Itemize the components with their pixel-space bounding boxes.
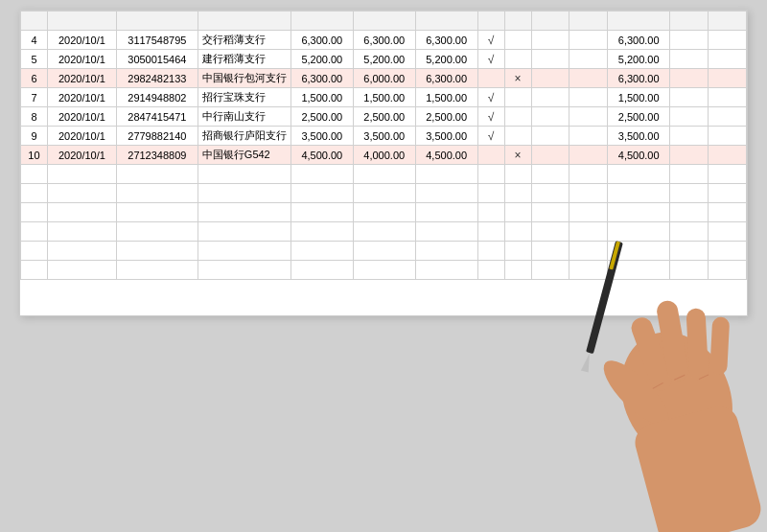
cell: 6 <box>21 69 48 88</box>
empty-cell <box>569 184 608 203</box>
cell <box>670 127 709 146</box>
svg-point-8 <box>594 352 677 434</box>
table-row: 42020/10/13117548795交行稻薄支行6,300.006,300.… <box>21 31 747 50</box>
empty-cell <box>47 203 116 222</box>
cell: × <box>504 69 531 88</box>
cell: 2020/10/1 <box>47 31 116 50</box>
cell <box>504 88 531 107</box>
spreadsheet: 42020/10/13117548795交行稻薄支行6,300.006,300.… <box>19 10 748 316</box>
col-header-v1 <box>291 12 353 31</box>
cell: 6,300.00 <box>415 69 477 88</box>
cell: 1,500.00 <box>415 88 477 107</box>
empty-cell <box>608 184 670 203</box>
empty-cell <box>531 165 569 184</box>
empty-cell <box>198 242 291 261</box>
cell <box>709 88 747 107</box>
empty-cell <box>21 242 48 261</box>
col-header-result <box>608 12 670 31</box>
cell: × <box>504 146 531 165</box>
col-header-date <box>47 12 116 31</box>
cell: 3,500.00 <box>415 127 477 146</box>
empty-cell <box>477 261 504 280</box>
svg-marker-2 <box>581 352 593 372</box>
cell: 2847415471 <box>116 107 198 127</box>
cell: 2982482133 <box>116 69 198 88</box>
cell <box>569 88 608 107</box>
empty-cell <box>670 242 709 261</box>
cell: 6,000.00 <box>353 69 415 88</box>
empty-cell <box>531 222 569 242</box>
empty-cell <box>47 165 116 184</box>
empty-cell <box>291 203 353 222</box>
cell: 3,500.00 <box>353 127 415 146</box>
cell: 5,200.00 <box>353 50 415 69</box>
empty-cell <box>569 222 608 242</box>
empty-cell <box>670 222 709 242</box>
cell <box>531 127 569 146</box>
cell <box>531 69 569 88</box>
empty-cell <box>477 203 504 222</box>
cell: √ <box>477 88 504 107</box>
cell <box>504 50 531 69</box>
cell <box>569 50 608 69</box>
cell: 招行宝珠支行 <box>198 88 291 107</box>
cell: 1,500.00 <box>291 88 353 107</box>
empty-row <box>21 261 747 280</box>
empty-row <box>21 242 747 261</box>
svg-line-12 <box>698 375 709 380</box>
cell: 2,500.00 <box>291 107 353 127</box>
empty-cell <box>291 222 353 242</box>
empty-cell <box>477 242 504 261</box>
empty-cell <box>709 184 747 203</box>
empty-cell <box>608 203 670 222</box>
cell: 4,500.00 <box>608 146 670 165</box>
cell: 5 <box>21 50 48 69</box>
empty-cell <box>21 203 48 222</box>
empty-cell <box>709 261 747 280</box>
empty-cell <box>116 242 198 261</box>
cell <box>670 69 709 88</box>
cell: √ <box>477 50 504 69</box>
empty-cell <box>569 165 608 184</box>
cell <box>531 31 569 50</box>
empty-cell <box>353 242 415 261</box>
empty-cell <box>116 222 198 242</box>
empty-cell <box>21 184 48 203</box>
cell: √ <box>477 127 504 146</box>
svg-rect-9 <box>631 402 765 532</box>
cell <box>531 146 569 165</box>
cell: 10 <box>21 146 48 165</box>
empty-cell <box>198 203 291 222</box>
empty-cell <box>504 222 531 242</box>
cell <box>709 50 747 69</box>
cell: 9 <box>21 127 48 146</box>
col-header-e1 <box>531 12 569 31</box>
cell: 5,200.00 <box>608 50 670 69</box>
cell: 2020/10/1 <box>47 146 116 165</box>
col-header-e2 <box>569 12 608 31</box>
empty-cell <box>415 184 477 203</box>
empty-cell <box>670 203 709 222</box>
empty-cell <box>415 242 477 261</box>
cell <box>709 69 747 88</box>
col-header-v3 <box>415 12 477 31</box>
cell <box>504 31 531 50</box>
cell: 2020/10/1 <box>47 50 116 69</box>
cell <box>569 107 608 127</box>
cell <box>709 127 747 146</box>
empty-cell <box>47 184 116 203</box>
empty-cell <box>415 222 477 242</box>
empty-cell <box>116 165 198 184</box>
empty-cell <box>504 242 531 261</box>
cell: 6,300.00 <box>291 31 353 50</box>
cell: 6,300.00 <box>608 31 670 50</box>
empty-cell <box>709 203 747 222</box>
col-header-e3 <box>670 12 709 31</box>
empty-cell <box>353 222 415 242</box>
svg-point-3 <box>601 314 754 480</box>
cell: 招商银行庐阳支行 <box>198 127 291 146</box>
cell <box>531 107 569 127</box>
cell: 1,500.00 <box>353 88 415 107</box>
empty-cell <box>291 184 353 203</box>
cell: 8 <box>21 107 48 127</box>
